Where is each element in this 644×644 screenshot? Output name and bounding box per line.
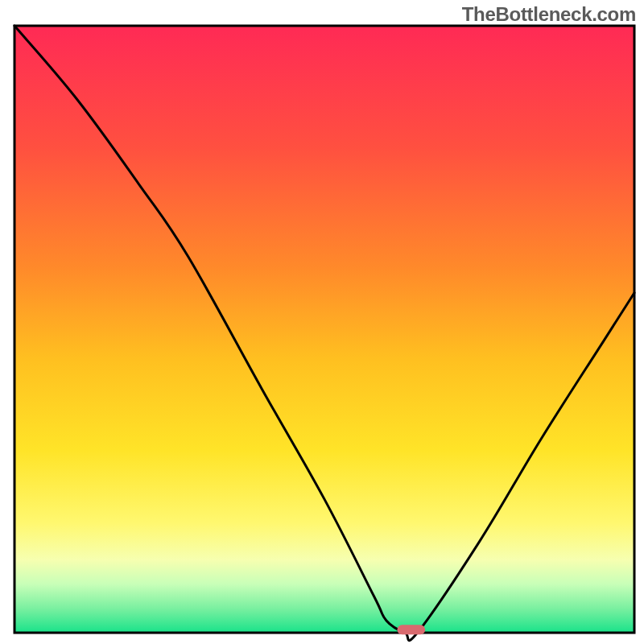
watermark-text: TheBottleneck.com <box>462 3 636 26</box>
chart-container: TheBottleneck.com <box>0 0 644 644</box>
chart-background <box>14 26 634 633</box>
optimal-marker <box>397 625 425 634</box>
bottleneck-chart <box>0 0 644 644</box>
